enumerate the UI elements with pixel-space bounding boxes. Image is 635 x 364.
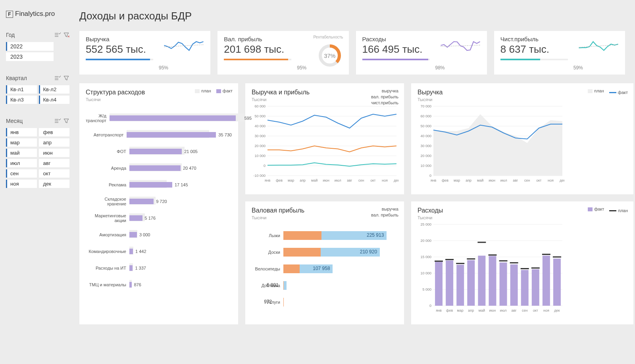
year-options: 20222023 [6,42,69,61]
multi-select-icon[interactable] [54,32,61,38]
hbar-chart: Лыжи 225 913Доски 210 920Велосипеды 107 … [252,227,398,310]
svg-text:40 000: 40 000 [254,124,266,128]
clear-filter-icon[interactable] [63,32,69,38]
svg-text:30 000: 30 000 [254,134,266,138]
panel-expenses-months[interactable]: Расходы Тысячи факт план 05 00010 00015 … [411,201,633,324]
quarter-option[interactable]: Кв-л4 [39,96,70,104]
svg-rect-87 [478,256,485,306]
svg-rect-81 [456,265,464,306]
brand: FFinalytics.pro [6,10,69,18]
svg-rect-105 [543,256,550,306]
svg-rect-93 [500,262,507,306]
kpi-gross-profit[interactable]: Вал. прибыль 201 698 тыс. 95% Рентабельн… [217,31,348,75]
filter-year-label: Год [6,32,52,38]
svg-text:25 000: 25 000 [420,222,431,226]
svg-text:июн: июн [489,178,495,182]
month-option[interactable]: фев [39,128,70,136]
kpi-pct: 98% [435,65,445,71]
svg-text:янв: янв [431,178,437,182]
svg-text:20 000: 20 000 [420,239,431,243]
month-option[interactable]: июл [6,159,37,167]
quarter-option[interactable]: Кв-л1 [6,85,37,94]
panel-revenue-profit[interactable]: Выручка и прибыль Тысячи выручка вал. пр… [245,83,404,194]
month-option[interactable]: сен [6,169,37,178]
svg-text:дек: дек [394,178,398,182]
sparkline-icon [439,38,482,54]
svg-text:фев: фев [442,178,448,182]
svg-text:апр: апр [466,178,471,182]
svg-text:июл: июл [335,178,341,182]
svg-text:ноя: ноя [548,178,554,182]
brand-icon: F [6,11,13,18]
svg-text:окт: окт [536,178,541,182]
svg-text:сен: сен [524,178,530,182]
svg-text:апр: апр [468,308,474,312]
panel-expenses-structure[interactable]: Структура расходов Тысячи план факт Ж/д … [79,83,238,324]
month-option[interactable]: дек [39,180,70,188]
line-chart: -10 000010 00020 00030 00040 00050 00060… [252,104,398,184]
svg-text:июл: июл [500,178,507,182]
svg-text:20 000: 20 000 [420,154,431,158]
month-option[interactable]: окт [39,169,70,178]
kpi-pct: 95% [297,65,306,71]
quarter-option[interactable]: Кв-л3 [6,96,37,104]
svg-text:янв: янв [265,178,271,182]
svg-text:мар: мар [457,308,464,312]
svg-text:0: 0 [264,164,266,168]
month-option[interactable]: янв [6,128,37,136]
filter-month: Месяц янвфевмарапрмайиюниюлавгсеноктнояд… [6,118,69,188]
svg-line-5 [579,45,618,48]
svg-text:50 000: 50 000 [420,124,431,128]
svg-text:60 000: 60 000 [420,114,431,118]
svg-rect-102 [532,269,539,306]
year-option[interactable]: 2022 [6,42,54,51]
month-option[interactable]: апр [39,138,70,147]
kpi-pct: 95% [159,65,168,71]
panel-subtitle: Тысячи [86,97,232,102]
quarter-option[interactable]: Кв-л2 [39,85,70,94]
kpi-sublabel: Рентабельность [313,35,343,39]
multi-select-icon[interactable] [54,118,61,124]
svg-text:апр: апр [300,178,306,182]
svg-text:май: май [477,178,483,182]
month-option[interactable]: ноя [6,180,37,188]
month-option[interactable]: май [6,149,37,157]
legend: выручка вал. прибыль чист.прибыль [369,88,398,106]
svg-rect-78 [446,261,453,306]
svg-text:мар: мар [288,178,294,182]
svg-text:15 000: 15 000 [420,255,431,259]
clear-filter-icon[interactable] [63,75,69,81]
legend: факт план [584,206,628,214]
svg-text:10 000: 10 000 [420,164,431,168]
multi-select-icon[interactable] [54,75,61,81]
svg-text:окт: окт [533,308,538,312]
sparkline-icon [162,38,206,54]
panel-gross-profit-by-group[interactable]: Валовая прибыль Тысячи выручка вал. приб… [245,201,404,324]
kpi-expenses[interactable]: Расходы 166 495 тыс. 98% [356,31,487,75]
legend: план факт [584,88,628,96]
svg-text:50 000: 50 000 [254,114,266,118]
clear-filter-icon[interactable] [63,118,69,124]
svg-text:авг: авг [347,178,352,182]
svg-text:авг: авг [512,308,517,312]
year-option[interactable]: 2023 [6,52,54,61]
svg-text:сен: сен [358,178,364,182]
svg-text:янв: янв [436,308,442,312]
quarter-options: Кв-л1Кв-л2Кв-л3Кв-л4 [6,85,69,104]
svg-text:0: 0 [429,174,431,178]
legend: выручка вал. прибыль [369,206,398,218]
svg-text:10 000: 10 000 [254,154,266,158]
month-option[interactable]: мар [6,138,37,147]
month-option[interactable]: июн [39,149,70,157]
svg-text:30 000: 30 000 [420,144,431,148]
kpi-revenue[interactable]: Выручка 552 565 тыс. 95% [79,31,210,75]
sparkline-icon [577,38,620,54]
panel-revenue-plan-fact[interactable]: Выручка Тысячи план факт 010 00020 00030… [411,83,633,194]
svg-text:40 000: 40 000 [420,134,431,138]
svg-rect-96 [510,264,518,306]
kpi-net-profit[interactable]: Чист.прибыль 8 637 тыс. 59% [494,31,625,75]
filter-quarter-label: Квартал [6,75,52,81]
svg-text:май: май [479,308,485,312]
month-option[interactable]: авг [39,159,70,167]
page-title: Доходы и расходы БДР [79,10,625,22]
